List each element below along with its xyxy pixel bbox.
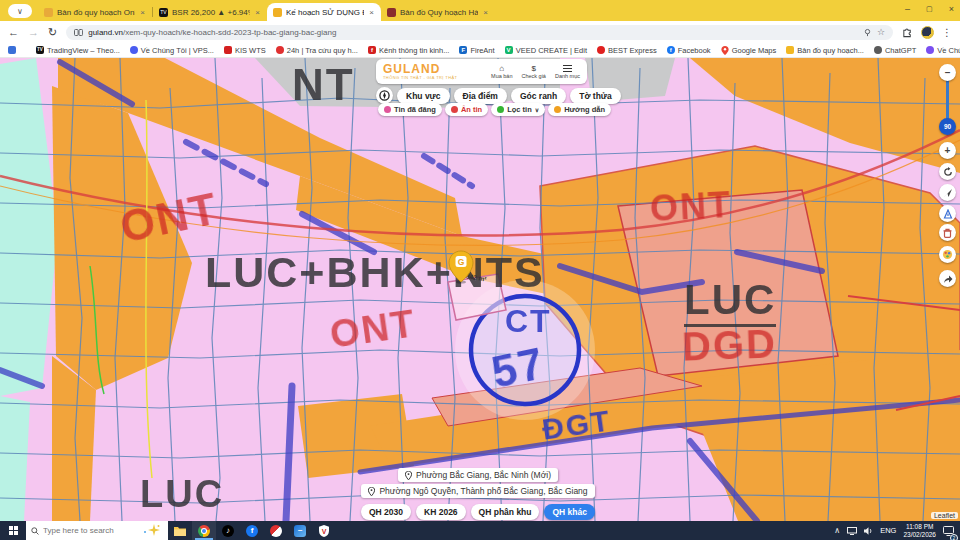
taskbar-clock[interactable]: 11:08 PM 23/02/2026 (903, 523, 936, 538)
nav-goc-ranh-button[interactable]: Góc ranh (511, 88, 566, 104)
menu-mua-ban[interactable]: ⌂Mua bán (491, 64, 512, 79)
extensions-icon[interactable] (902, 27, 913, 38)
share-button[interactable] (939, 270, 956, 287)
tab-close-icon[interactable]: × (482, 8, 489, 17)
plan-qh-khac-button[interactable]: QH khác (544, 504, 595, 520)
action-center-button[interactable]: 2 (943, 522, 954, 540)
menu-check-gia[interactable]: $Check giá (521, 64, 545, 79)
nav-dia-diem-button[interactable]: Địa điểm (454, 88, 507, 104)
search-input[interactable] (43, 526, 123, 535)
filter-tin-da-dang-button[interactable]: Tin đã đăng (378, 103, 442, 116)
tab-search-button[interactable]: ∨ (8, 4, 32, 18)
bookmark-item[interactable]: Về Chúng Tôi | VPS... (926, 46, 960, 55)
nav-to-thua-button[interactable]: Tờ thửa (570, 88, 621, 104)
plan-qh-phan-khu-button[interactable]: QH phân khu (471, 504, 540, 520)
filter-an-tin-button[interactable]: Ẩn tin (445, 103, 488, 116)
taskbar-app-blue[interactable]: ~ (288, 521, 312, 540)
guland-logo[interactable]: GULAND THÔNG TIN THẬT - GIÁ TRỊ THẬT (383, 63, 457, 80)
zone-label-luc-right: LUC (684, 276, 776, 327)
location-permission-icon[interactable] (863, 28, 872, 37)
filter-huong-dan-button[interactable]: Hướng dẫn (548, 103, 611, 116)
window-maximize-button[interactable]: ▢ (926, 5, 933, 13)
compass-button[interactable] (376, 87, 393, 104)
tab-close-icon[interactable]: × (139, 8, 146, 17)
bookmark-item[interactable]: KIS WTS (224, 46, 266, 55)
bookmark-item[interactable]: fKênh thông tin kinh... (368, 46, 449, 55)
start-button[interactable] (0, 521, 26, 540)
chrome-icon (198, 525, 210, 537)
kenh-icon: f (368, 46, 376, 54)
bookmark-item[interactable]: TVTradingView – Theo... (36, 46, 120, 55)
network-icon[interactable] (847, 527, 857, 535)
svg-text:G: G (458, 257, 465, 267)
address-bar[interactable]: guland.vn/xem-quy-hoach/ke-hoach-sdd-202… (66, 25, 893, 40)
forward-button[interactable]: → (28, 26, 39, 38)
taskbar-file-explorer[interactable] (168, 521, 192, 540)
taskbar-facebook[interactable]: f (240, 521, 264, 540)
plan-kh2026-button[interactable]: KH 2026 (416, 504, 466, 520)
ruler-icon (943, 209, 953, 219)
profile-avatar[interactable] (921, 26, 934, 39)
24h-icon (276, 46, 284, 54)
bookmark-item[interactable]: BEST Express (597, 46, 657, 55)
tab-1[interactable]: Bản đồ quy hoạch Online trực t... × (38, 3, 152, 21)
taskbar-app-red[interactable] (264, 521, 288, 540)
tray-chevron-icon[interactable]: ∧ (834, 526, 840, 535)
blue-app-icon: ~ (294, 525, 306, 537)
back-button[interactable]: ← (8, 26, 19, 38)
locate-me-button[interactable] (939, 184, 956, 201)
reload-button[interactable]: ↻ (48, 26, 57, 39)
zoom-in-button[interactable]: + (939, 142, 956, 159)
bookmark-item[interactable]: ChatGPT (874, 46, 916, 55)
taskbar-tiktok[interactable]: ♪ (216, 521, 240, 540)
url-path: /xem-quy-hoach/ke-hoach-sdd-2023-tp-bac-… (123, 28, 336, 37)
measure-button[interactable] (939, 205, 956, 222)
taskbar-chrome[interactable] (192, 521, 216, 540)
bookmark-item[interactable]: VVEED CREATE | Edit (505, 46, 587, 55)
filter-loc-tin-button[interactable]: Lọc tin∨ (491, 103, 545, 116)
taskbar-search[interactable] (26, 521, 168, 540)
location-row-1[interactable]: Phường Bắc Giang, Bắc Ninh (Mới) (398, 468, 558, 482)
google-maps-pin-icon (721, 46, 729, 55)
menu-kebab-icon[interactable]: ⋮ (942, 27, 952, 38)
bookmark-item[interactable]: FFireAnt (459, 46, 494, 55)
clock-date: 23/02/2026 (903, 531, 936, 539)
tab-close-icon[interactable]: × (368, 8, 375, 17)
tab-close-icon[interactable]: × (254, 8, 261, 17)
refresh-map-button[interactable] (939, 163, 956, 180)
nav-khu-vuc-button[interactable]: Khu vực (397, 88, 450, 104)
bookmark-item[interactable]: 24h | Tra cứu quy h... (276, 46, 358, 55)
search-icon (31, 527, 39, 535)
zoom-out-button[interactable]: – (939, 64, 956, 81)
bookmark-item[interactable]: Google Maps (721, 46, 777, 55)
window-minimize-button[interactable]: – (905, 4, 910, 14)
speaker-icon[interactable] (864, 527, 873, 535)
bookmark-item[interactable]: Về Chúng Tôi | VPS... (130, 46, 214, 55)
language-indicator[interactable]: ENG (880, 526, 896, 535)
tab-4[interactable]: Bản đồ Quy hoạch Hà Nội 204... × (381, 3, 495, 21)
tab-2[interactable]: TV BSR 26,200 ▲ +6.94% Vô danh × (153, 3, 267, 21)
pink-dot-icon (384, 106, 391, 113)
map-attribution[interactable]: Leaflet (931, 512, 958, 519)
plan-qh2030-button[interactable]: QH 2030 (361, 504, 411, 520)
map-nav-row: Khu vực Địa điểm Góc ranh Tờ thửa (376, 87, 621, 104)
map-marker-pin[interactable]: G (448, 250, 474, 284)
delete-button[interactable] (939, 224, 956, 241)
menu-danh-muc[interactable]: Danh mục (555, 64, 580, 79)
bookmark-item[interactable]: Bản đồ quy hoạch... (786, 46, 864, 55)
bookmark-app-icon[interactable] (8, 46, 16, 54)
tab-3-active[interactable]: Kế hoạch SỬ DỤNG ĐẤT 2023 × (267, 3, 381, 21)
map-viewport[interactable]: NT ONT LUC+BHK+NTS ONT ONT LUC DGD CT 57… (0, 58, 960, 521)
zone-label-luc-bhk-nts: LUC+BHK+NTS (205, 248, 545, 297)
window-close-button[interactable]: × (949, 4, 954, 14)
bookmark-item[interactable]: fFacebook (667, 46, 711, 55)
layers-style-button[interactable] (939, 246, 956, 263)
zoom-level-badge[interactable]: 90 (939, 118, 956, 135)
taskbar-antivirus[interactable]: V (312, 521, 336, 540)
tab-title: Kế hoạch SỬ DỤNG ĐẤT 2023 (286, 8, 364, 17)
site-info-icon[interactable] (74, 28, 83, 37)
bookmark-star-icon[interactable]: ☆ (877, 27, 885, 37)
location-pin-icon (405, 471, 412, 480)
browser-toolbar: ← → ↻ guland.vn/xem-quy-hoach/ke-hoach-s… (0, 21, 960, 43)
location-row-2[interactable]: Phường Ngô Quyền, Thành phố Bắc Giang, B… (361, 484, 594, 498)
